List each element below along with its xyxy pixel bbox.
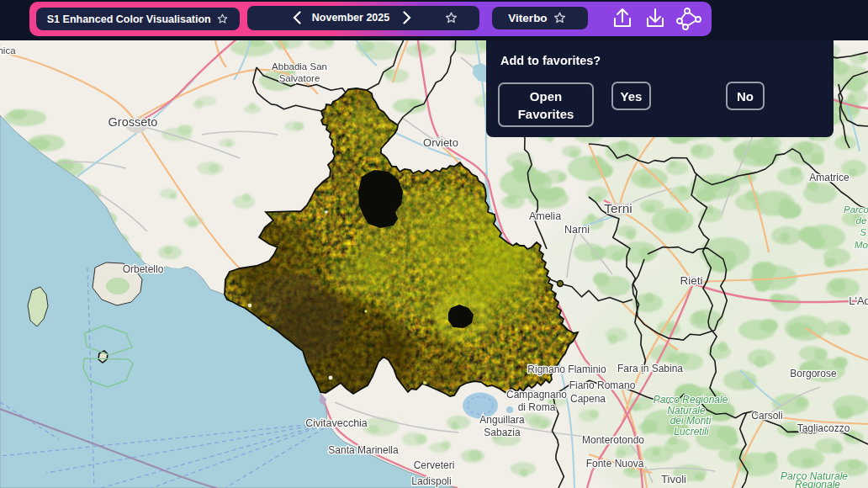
svg-text:Borgorose: Borgorose (790, 368, 837, 379)
svg-text:Narni: Narni (564, 224, 590, 236)
svg-text:L'Aq: L'Aq (849, 294, 868, 307)
svg-text:S: S (860, 227, 866, 237)
svg-text:Tagliacozzo: Tagliacozzo (797, 422, 850, 434)
svg-text:Amelia: Amelia (529, 210, 561, 222)
svg-text:Fiano Romano: Fiano Romano (569, 379, 636, 391)
svg-text:Rignano Flaminio: Rignano Flaminio (527, 363, 606, 375)
svg-text:Capena: Capena (570, 393, 606, 405)
svg-text:Fara in Sabina: Fara in Sabina (617, 363, 683, 374)
svg-text:Sabazia: Sabazia (484, 427, 521, 438)
svg-text:Santa Marinella: Santa Marinella (328, 444, 399, 456)
svg-text:Fonte Nuova: Fonte Nuova (586, 458, 644, 469)
svg-text:Anguillara: Anguillara (479, 414, 525, 426)
svg-text:Orbetello: Orbetello (123, 263, 164, 275)
svg-text:nica: nica (0, 45, 16, 56)
svg-text:de: de (856, 215, 867, 225)
svg-text:Civitavecchia: Civitavecchia (305, 417, 368, 429)
svg-text:Ladispoli: Ladispoli (411, 475, 451, 487)
svg-text:Lucretili: Lucretili (674, 426, 709, 438)
svg-text:Abbadia San: Abbadia San (272, 61, 327, 72)
svg-text:Parco: Parco (844, 204, 868, 215)
svg-text:Salvatore: Salvatore (279, 73, 320, 83)
svg-text:Amatrice: Amatrice (809, 172, 849, 183)
svg-text:Carsoli: Carsoli (751, 410, 782, 422)
svg-text:Parco Regionale: Parco Regionale (654, 394, 728, 406)
svg-text:Rieti: Rieti (680, 274, 702, 287)
svg-text:Tivoli: Tivoli (661, 473, 686, 485)
svg-text:dei Monti: dei Monti (670, 415, 712, 427)
svg-text:Terni: Terni (604, 201, 632, 215)
svg-text:Grosseto: Grosseto (108, 115, 158, 129)
svg-text:di Roma: di Roma (518, 401, 556, 413)
svg-text:Orvieto: Orvieto (423, 136, 458, 149)
svg-text:Monterotondo: Monterotondo (582, 434, 644, 446)
svg-text:Regionale: Regionale (795, 479, 840, 488)
svg-text:Mo: Mo (855, 240, 868, 250)
svg-text:Campagnano: Campagnano (506, 389, 567, 400)
svg-text:Cerveteri: Cerveteri (414, 459, 455, 471)
